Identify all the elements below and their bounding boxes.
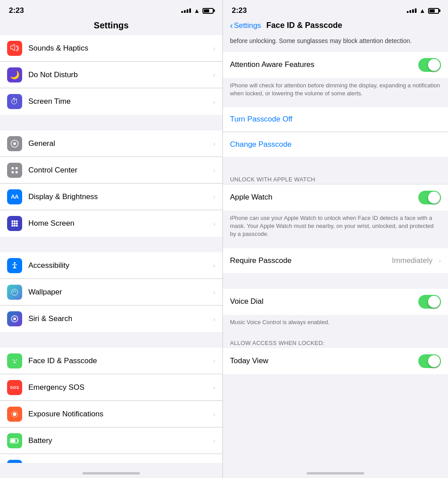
group-1: Sounds & Haptics › 🌙 Do Not Disturb › ⏱ … <box>0 35 222 115</box>
row-siri[interactable]: Siri & Search › <box>0 306 222 332</box>
row-dnd[interactable]: 🌙 Do Not Disturb › <box>0 62 222 88</box>
homescreen-label: Home Screen <box>28 219 210 228</box>
sounds-label: Sounds & Haptics <box>28 44 210 53</box>
exposure-label: Exposure Notifications <box>28 410 210 419</box>
svg-rect-11 <box>16 223 18 224</box>
turn-passcode-off-label: Turn Passcode Off <box>230 115 441 124</box>
screentime-icon: ⏱ <box>7 94 22 109</box>
faceid-icon <box>7 353 22 368</box>
attention-description: iPhone will check for attention before d… <box>223 78 448 103</box>
require-passcode-value: Immediately <box>392 256 432 265</box>
svg-rect-6 <box>12 220 13 222</box>
attention-section: Attention Aware Features <box>223 52 448 78</box>
row-screentime[interactable]: ⏱ Screen Time › <box>0 88 222 115</box>
svg-rect-3 <box>16 167 18 169</box>
accessibility-label: Accessibility <box>28 261 210 270</box>
svg-rect-8 <box>16 220 18 222</box>
homescreen-icon <box>7 216 22 231</box>
right-panel: 2:23 ▲ ‹ Settings Face ID & Passcode bef… <box>222 0 448 478</box>
sounds-chevron: › <box>213 44 215 52</box>
right-battery-icon <box>428 8 439 14</box>
apple-watch-row: Apple Watch <box>223 184 448 211</box>
divider-after-attention <box>223 103 448 107</box>
svg-rect-12 <box>12 225 13 227</box>
svg-rect-10 <box>14 223 16 224</box>
screentime-chevron: › <box>213 98 215 106</box>
right-signal-icon <box>407 8 417 13</box>
controlcenter-icon <box>7 163 22 178</box>
svg-point-15 <box>14 262 16 264</box>
top-description: before unlocking. Some sunglasses may bl… <box>223 35 448 52</box>
svg-point-1 <box>13 142 16 145</box>
right-home-indicator <box>223 463 448 478</box>
wallpaper-chevron: › <box>213 288 215 296</box>
attention-toggle[interactable] <box>418 58 441 72</box>
left-time: 2:23 <box>9 6 24 15</box>
voice-dial-section: Voice Dial <box>223 289 448 315</box>
homescreen-chevron: › <box>213 220 215 227</box>
require-passcode-row[interactable]: Require Passcode Immediately › <box>223 248 448 273</box>
right-nav-bar: ‹ Settings Face ID & Passcode <box>223 19 448 35</box>
right-wifi-icon: ▲ <box>419 7 425 14</box>
svg-rect-9 <box>12 223 13 224</box>
svg-rect-7 <box>14 220 16 222</box>
accessibility-icon <box>7 258 22 273</box>
right-status-icons: ▲ <box>407 7 439 14</box>
siri-chevron: › <box>213 315 215 323</box>
svg-point-17 <box>13 317 16 320</box>
row-wallpaper[interactable]: Wallpaper › <box>0 279 222 306</box>
row-sos[interactable]: SOS Emergency SOS › <box>0 374 222 401</box>
general-label: General <box>28 139 210 148</box>
back-button[interactable]: ‹ Settings <box>230 20 261 31</box>
left-status-bar: 2:23 ▲ <box>0 0 222 19</box>
today-view-row: Today View <box>223 348 448 374</box>
row-general[interactable]: General › <box>0 130 222 157</box>
faceid-label: Face ID & Passcode <box>28 357 210 365</box>
back-label: Settings <box>234 21 261 30</box>
change-passcode-row[interactable]: Change Passcode <box>223 132 448 157</box>
require-passcode-chevron: › <box>439 257 441 264</box>
svg-rect-22 <box>11 439 16 442</box>
locked-section: Today View <box>223 348 448 374</box>
apple-watch-toggle[interactable] <box>418 191 441 204</box>
divider-3 <box>0 332 222 348</box>
accessibility-chevron: › <box>213 262 215 269</box>
row-display[interactable]: AA Display & Brightness › <box>0 184 222 210</box>
row-faceid[interactable]: Face ID & Passcode › <box>0 348 222 374</box>
row-exposure[interactable]: Exposure Notifications › <box>0 401 222 427</box>
row-privacy[interactable]: Privacy › <box>0 454 222 463</box>
attention-aware-row: Attention Aware Features <box>223 52 448 78</box>
row-battery[interactable]: Battery › <box>0 427 222 454</box>
sos-icon: SOS <box>7 380 22 395</box>
battery-label: Battery <box>28 436 210 445</box>
right-nav-title: Face ID & Passcode <box>266 21 342 30</box>
locked-section-header: ALLOW ACCESS WHEN LOCKED: <box>223 336 448 348</box>
row-sounds[interactable]: Sounds & Haptics › <box>0 35 222 62</box>
divider-before-locked <box>223 332 448 336</box>
turn-passcode-off-row[interactable]: Turn Passcode Off <box>223 107 448 132</box>
home-bar-right <box>307 472 364 474</box>
left-panel: 2:23 ▲ Settings Sounds & Haptics <box>0 0 222 478</box>
voice-dial-toggle[interactable] <box>418 295 441 309</box>
row-controlcenter[interactable]: Control Center › <box>0 157 222 184</box>
apple-watch-description: iPhone can use your Apple Watch to unloc… <box>223 211 448 244</box>
require-passcode-section: Require Passcode Immediately › <box>223 248 448 273</box>
attention-label: Attention Aware Features <box>230 60 418 69</box>
dnd-chevron: › <box>213 71 215 78</box>
today-view-toggle[interactable] <box>418 354 441 368</box>
divider-2 <box>0 237 222 252</box>
apple-watch-section: Apple Watch <box>223 184 448 211</box>
right-status-bar: 2:23 ▲ <box>223 0 448 19</box>
passcode-section: Turn Passcode Off Change Passcode <box>223 107 448 157</box>
privacy-icon <box>7 460 22 463</box>
row-homescreen[interactable]: Home Screen › <box>0 210 222 237</box>
dnd-label: Do Not Disturb <box>28 71 210 79</box>
group-3: Accessibility › Wallpaper › Siri & Searc… <box>0 252 222 332</box>
svg-rect-2 <box>12 167 14 169</box>
right-time: 2:23 <box>232 6 247 15</box>
row-accessibility[interactable]: Accessibility › <box>0 252 222 279</box>
svg-rect-5 <box>16 171 18 173</box>
wifi-icon: ▲ <box>194 7 200 14</box>
left-status-icons: ▲ <box>181 7 214 14</box>
home-bar-left <box>82 472 140 474</box>
